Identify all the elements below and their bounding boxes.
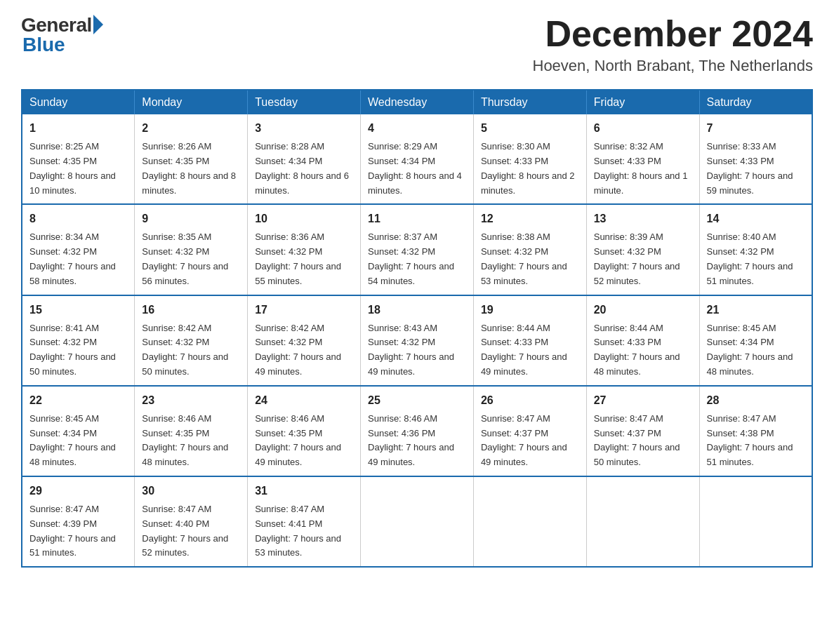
day-number: 7 — [707, 120, 805, 137]
calendar-day-cell — [361, 476, 474, 567]
day-number: 10 — [255, 210, 353, 227]
day-info: Sunrise: 8:26 AM Sunset: 4:35 PM Dayligh… — [142, 140, 240, 198]
calendar-day-cell: 31 Sunrise: 8:47 AM Sunset: 4:41 PM Dayl… — [248, 476, 361, 567]
calendar-day-cell: 29 Sunrise: 8:47 AM Sunset: 4:39 PM Dayl… — [22, 476, 135, 567]
calendar-day-cell — [473, 476, 586, 567]
day-info: Sunrise: 8:39 AM Sunset: 4:32 PM Dayligh… — [594, 230, 692, 288]
day-number: 22 — [29, 392, 127, 409]
calendar-table: SundayMondayTuesdayWednesdayThursdayFrid… — [21, 89, 813, 568]
day-number: 30 — [142, 483, 240, 499]
day-info: Sunrise: 8:34 AM Sunset: 4:32 PM Dayligh… — [29, 230, 127, 288]
day-number: 27 — [594, 392, 692, 409]
day-info: Sunrise: 8:25 AM Sunset: 4:35 PM Dayligh… — [29, 140, 127, 198]
calendar-day-cell — [586, 476, 699, 567]
calendar-day-cell: 7 Sunrise: 8:33 AM Sunset: 4:33 PM Dayli… — [699, 114, 812, 204]
day-number: 14 — [707, 210, 805, 227]
calendar-day-cell: 2 Sunrise: 8:26 AM Sunset: 4:35 PM Dayli… — [135, 114, 248, 204]
day-of-week-header: Saturday — [699, 90, 812, 114]
day-info: Sunrise: 8:43 AM Sunset: 4:32 PM Dayligh… — [368, 321, 466, 380]
day-info: Sunrise: 8:47 AM Sunset: 4:40 PM Dayligh… — [142, 502, 240, 561]
day-number: 21 — [707, 302, 805, 318]
day-of-week-header: Thursday — [473, 90, 586, 114]
title-area: December 2024 Hoeven, North Brabant, The… — [533, 14, 814, 75]
calendar-day-cell — [699, 476, 812, 567]
calendar-header-row: SundayMondayTuesdayWednesdayThursdayFrid… — [22, 90, 812, 114]
day-number: 19 — [481, 302, 579, 318]
day-number: 31 — [255, 483, 353, 499]
day-number: 20 — [594, 302, 692, 318]
day-of-week-header: Wednesday — [361, 90, 474, 114]
day-number: 3 — [255, 120, 353, 137]
day-number: 26 — [481, 392, 579, 409]
day-number: 5 — [481, 120, 579, 137]
calendar-day-cell: 5 Sunrise: 8:30 AM Sunset: 4:33 PM Dayli… — [473, 114, 586, 204]
calendar-day-cell: 9 Sunrise: 8:35 AM Sunset: 4:32 PM Dayli… — [135, 204, 248, 295]
day-info: Sunrise: 8:47 AM Sunset: 4:38 PM Dayligh… — [707, 412, 805, 470]
day-info: Sunrise: 8:44 AM Sunset: 4:33 PM Dayligh… — [594, 321, 692, 380]
calendar-day-cell: 12 Sunrise: 8:38 AM Sunset: 4:32 PM Dayl… — [473, 204, 586, 295]
calendar-day-cell: 20 Sunrise: 8:44 AM Sunset: 4:33 PM Dayl… — [586, 295, 699, 386]
day-number: 29 — [29, 483, 127, 499]
calendar-day-cell: 14 Sunrise: 8:40 AM Sunset: 4:32 PM Dayl… — [699, 204, 812, 295]
month-year-title: December 2024 — [533, 14, 814, 54]
calendar-day-cell: 24 Sunrise: 8:46 AM Sunset: 4:35 PM Dayl… — [248, 386, 361, 476]
header: General Blue December 2024 Hoeven, North… — [21, 14, 813, 75]
day-number: 24 — [255, 392, 353, 409]
calendar-day-cell: 30 Sunrise: 8:47 AM Sunset: 4:40 PM Dayl… — [135, 476, 248, 567]
day-info: Sunrise: 8:36 AM Sunset: 4:32 PM Dayligh… — [255, 230, 353, 288]
day-info: Sunrise: 8:35 AM Sunset: 4:32 PM Dayligh… — [142, 230, 240, 288]
calendar-week-row: 15 Sunrise: 8:41 AM Sunset: 4:32 PM Dayl… — [22, 295, 812, 386]
day-number: 11 — [368, 210, 466, 227]
calendar-day-cell: 17 Sunrise: 8:42 AM Sunset: 4:32 PM Dayl… — [248, 295, 361, 386]
calendar-day-cell: 22 Sunrise: 8:45 AM Sunset: 4:34 PM Dayl… — [22, 386, 135, 476]
day-info: Sunrise: 8:33 AM Sunset: 4:33 PM Dayligh… — [707, 140, 805, 198]
calendar-day-cell: 18 Sunrise: 8:43 AM Sunset: 4:32 PM Dayl… — [361, 295, 474, 386]
day-info: Sunrise: 8:41 AM Sunset: 4:32 PM Dayligh… — [29, 321, 127, 380]
calendar-day-cell: 28 Sunrise: 8:47 AM Sunset: 4:38 PM Dayl… — [699, 386, 812, 476]
day-number: 16 — [142, 302, 240, 318]
day-info: Sunrise: 8:29 AM Sunset: 4:34 PM Dayligh… — [368, 140, 466, 198]
calendar-day-cell: 6 Sunrise: 8:32 AM Sunset: 4:33 PM Dayli… — [586, 114, 699, 204]
day-info: Sunrise: 8:47 AM Sunset: 4:37 PM Dayligh… — [481, 412, 579, 470]
day-info: Sunrise: 8:42 AM Sunset: 4:32 PM Dayligh… — [142, 321, 240, 380]
day-number: 6 — [594, 120, 692, 137]
calendar-day-cell: 27 Sunrise: 8:47 AM Sunset: 4:37 PM Dayl… — [586, 386, 699, 476]
day-info: Sunrise: 8:28 AM Sunset: 4:34 PM Dayligh… — [255, 140, 353, 198]
day-info: Sunrise: 8:44 AM Sunset: 4:33 PM Dayligh… — [481, 321, 579, 380]
location-subtitle: Hoeven, North Brabant, The Netherlands — [533, 57, 814, 75]
logo-blue-text: Blue — [22, 34, 65, 56]
day-info: Sunrise: 8:46 AM Sunset: 4:35 PM Dayligh… — [142, 412, 240, 470]
day-number: 2 — [142, 120, 240, 137]
day-info: Sunrise: 8:32 AM Sunset: 4:33 PM Dayligh… — [594, 140, 692, 198]
calendar-week-row: 29 Sunrise: 8:47 AM Sunset: 4:39 PM Dayl… — [22, 476, 812, 567]
calendar-week-row: 22 Sunrise: 8:45 AM Sunset: 4:34 PM Dayl… — [22, 386, 812, 476]
day-info: Sunrise: 8:46 AM Sunset: 4:35 PM Dayligh… — [255, 412, 353, 470]
day-of-week-header: Tuesday — [248, 90, 361, 114]
day-number: 9 — [142, 210, 240, 227]
day-number: 12 — [481, 210, 579, 227]
calendar-day-cell: 3 Sunrise: 8:28 AM Sunset: 4:34 PM Dayli… — [248, 114, 361, 204]
calendar-day-cell: 15 Sunrise: 8:41 AM Sunset: 4:32 PM Dayl… — [22, 295, 135, 386]
day-of-week-header: Friday — [586, 90, 699, 114]
calendar-day-cell: 1 Sunrise: 8:25 AM Sunset: 4:35 PM Dayli… — [22, 114, 135, 204]
calendar-day-cell: 16 Sunrise: 8:42 AM Sunset: 4:32 PM Dayl… — [135, 295, 248, 386]
day-info: Sunrise: 8:47 AM Sunset: 4:37 PM Dayligh… — [594, 412, 692, 470]
day-info: Sunrise: 8:30 AM Sunset: 4:33 PM Dayligh… — [481, 140, 579, 198]
calendar-day-cell: 25 Sunrise: 8:46 AM Sunset: 4:36 PM Dayl… — [361, 386, 474, 476]
day-info: Sunrise: 8:45 AM Sunset: 4:34 PM Dayligh… — [29, 412, 127, 470]
day-info: Sunrise: 8:45 AM Sunset: 4:34 PM Dayligh… — [707, 321, 805, 380]
calendar-day-cell: 8 Sunrise: 8:34 AM Sunset: 4:32 PM Dayli… — [22, 204, 135, 295]
calendar-day-cell: 21 Sunrise: 8:45 AM Sunset: 4:34 PM Dayl… — [699, 295, 812, 386]
day-number: 8 — [29, 210, 127, 227]
day-info: Sunrise: 8:47 AM Sunset: 4:41 PM Dayligh… — [255, 502, 353, 561]
day-number: 23 — [142, 392, 240, 409]
calendar-week-row: 1 Sunrise: 8:25 AM Sunset: 4:35 PM Dayli… — [22, 114, 812, 204]
day-info: Sunrise: 8:37 AM Sunset: 4:32 PM Dayligh… — [368, 230, 466, 288]
calendar-day-cell: 23 Sunrise: 8:46 AM Sunset: 4:35 PM Dayl… — [135, 386, 248, 476]
calendar-week-row: 8 Sunrise: 8:34 AM Sunset: 4:32 PM Dayli… — [22, 204, 812, 295]
day-info: Sunrise: 8:47 AM Sunset: 4:39 PM Dayligh… — [29, 502, 127, 561]
day-info: Sunrise: 8:46 AM Sunset: 4:36 PM Dayligh… — [368, 412, 466, 470]
calendar-day-cell: 13 Sunrise: 8:39 AM Sunset: 4:32 PM Dayl… — [586, 204, 699, 295]
day-number: 1 — [29, 120, 127, 137]
day-number: 4 — [368, 120, 466, 137]
